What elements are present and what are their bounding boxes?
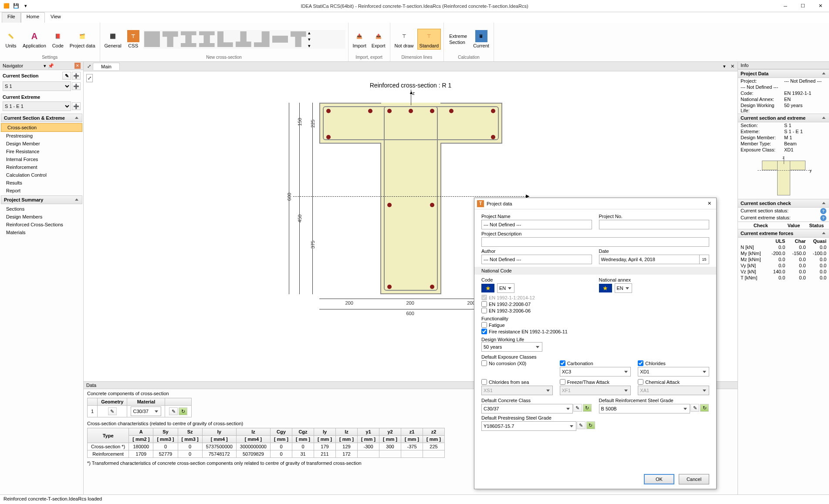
nav-design-member[interactable]: Design Member bbox=[0, 140, 83, 148]
extreme-button[interactable]: Extreme bbox=[447, 33, 470, 39]
reload-icon[interactable]: ↻ bbox=[583, 404, 592, 412]
fire-checkbox[interactable] bbox=[481, 329, 487, 334]
fatigue-checkbox[interactable] bbox=[481, 322, 487, 328]
general-button[interactable]: ⬛General bbox=[103, 29, 123, 49]
ok-button[interactable]: OK bbox=[644, 474, 674, 484]
code2-checkbox[interactable] bbox=[481, 301, 487, 307]
info-check[interactable]: Current section check bbox=[738, 199, 829, 208]
nav-group-project-summary[interactable]: Project Summary bbox=[1, 195, 82, 204]
carb-combo[interactable]: XC3 bbox=[560, 367, 631, 376]
current-section-combo[interactable]: S 1 bbox=[3, 81, 71, 91]
cross-section-gallery[interactable]: ▴▾▾ bbox=[143, 30, 345, 49]
project-no-input[interactable] bbox=[599, 220, 710, 229]
nav-prestressing[interactable]: Prestressing bbox=[0, 132, 83, 140]
fit-icon[interactable]: ⤢ bbox=[86, 74, 93, 82]
shape-j-icon[interactable] bbox=[254, 31, 270, 47]
section-dup-icon[interactable]: ➕ bbox=[72, 82, 81, 90]
freeze-checkbox[interactable] bbox=[560, 379, 565, 385]
gallery-scroll[interactable]: ▴▾▾ bbox=[308, 30, 315, 49]
reload-icon[interactable]: ↻ bbox=[700, 404, 709, 412]
code-button[interactable]: 📕Code bbox=[50, 29, 66, 49]
nav-internal-forces[interactable]: Internal Forces bbox=[0, 155, 83, 163]
current-extreme-combo[interactable]: S 1 - E 1 bbox=[3, 101, 71, 111]
nocorr-checkbox[interactable] bbox=[481, 360, 487, 366]
tab-view[interactable]: View bbox=[45, 12, 67, 23]
maximize-button[interactable]: ☐ bbox=[794, 1, 812, 11]
standard-button[interactable]: ⊤Standard bbox=[417, 29, 441, 50]
nav-calc-control[interactable]: Calculation Control bbox=[0, 171, 83, 179]
dialog-close-icon[interactable]: ✕ bbox=[705, 201, 714, 206]
shape-rect-icon[interactable] bbox=[144, 31, 160, 47]
shape-l-icon[interactable] bbox=[217, 31, 233, 47]
chem-checkbox[interactable] bbox=[638, 379, 643, 385]
export-button[interactable]: 📤Export bbox=[370, 29, 387, 49]
material-combo[interactable]: C30/37 bbox=[131, 407, 161, 416]
pin-icon[interactable]: 📌 bbox=[48, 63, 54, 69]
main-dropdown-icon[interactable]: ▾ bbox=[721, 63, 728, 70]
main-close-icon[interactable]: ✕ bbox=[729, 63, 736, 70]
nav-dropdown-icon[interactable]: ▾ bbox=[44, 63, 46, 69]
nav-close-icon[interactable]: ✕ bbox=[74, 63, 81, 69]
shape-slab-icon[interactable] bbox=[272, 36, 288, 43]
css-button[interactable]: ⊤CSS bbox=[125, 29, 142, 49]
edit-mat-icon[interactable]: ✎ bbox=[169, 407, 178, 415]
section-add-icon[interactable]: ➕ bbox=[72, 72, 81, 80]
working-life-combo[interactable]: 50 years bbox=[481, 342, 542, 352]
edit-icon[interactable]: ✎ bbox=[577, 421, 585, 429]
edit-geom-icon[interactable]: ✎ bbox=[108, 407, 117, 415]
add-mat-icon[interactable]: ↻ bbox=[179, 407, 187, 415]
nav-sections[interactable]: Sections bbox=[0, 205, 83, 213]
info-project-data[interactable]: Project Data bbox=[738, 69, 829, 78]
nav-cross-section[interactable]: Cross-section bbox=[1, 123, 82, 132]
carb-checkbox[interactable] bbox=[560, 360, 565, 366]
nav-reinforcement[interactable]: Reinforcement bbox=[0, 163, 83, 171]
geometry-cell[interactable]: ✎ bbox=[98, 406, 127, 417]
nav-reinf-cs[interactable]: Reinforced Cross-Sections bbox=[0, 221, 83, 228]
current-button[interactable]: 🖩Current bbox=[471, 29, 491, 49]
info-forces[interactable]: Current extreme forces bbox=[738, 229, 829, 238]
shape-t-icon[interactable] bbox=[162, 31, 178, 47]
tab-home-icon[interactable]: ⤢ bbox=[85, 63, 93, 70]
annex-combo[interactable]: EN bbox=[615, 283, 632, 293]
chlor-checkbox[interactable] bbox=[638, 360, 643, 366]
shape-i2-icon[interactable] bbox=[199, 31, 215, 47]
main-tab-main[interactable]: Main bbox=[93, 63, 120, 70]
save-icon[interactable]: 💾 bbox=[12, 2, 20, 10]
tab-file[interactable]: File bbox=[2, 12, 21, 23]
prestress-combo[interactable]: Y1860S7-15.7 bbox=[481, 421, 576, 431]
cancel-button[interactable]: Cancel bbox=[679, 474, 709, 484]
tab-home[interactable]: Home bbox=[21, 12, 45, 23]
code-combo[interactable]: EN bbox=[497, 283, 514, 293]
nav-fire-resistance[interactable]: Fire Resistance bbox=[0, 148, 83, 155]
sea-checkbox[interactable] bbox=[481, 379, 487, 385]
edit-icon[interactable]: ✎ bbox=[690, 404, 699, 412]
qat-dropdown-icon[interactable]: ▾ bbox=[22, 2, 30, 10]
nav-materials[interactable]: Materials bbox=[0, 228, 83, 236]
help-icon[interactable]: ? bbox=[820, 215, 826, 221]
chlor-combo[interactable]: XD1 bbox=[638, 367, 709, 376]
calendar-icon[interactable]: 15 bbox=[700, 255, 709, 264]
units-button[interactable]: 📏Units bbox=[3, 29, 19, 49]
description-input[interactable] bbox=[481, 237, 709, 247]
shape-t2-icon[interactable] bbox=[291, 31, 306, 47]
reinf-combo[interactable]: B 500B bbox=[599, 404, 690, 413]
reload-icon[interactable]: ↻ bbox=[586, 421, 595, 429]
concrete-combo[interactable]: C30/37 bbox=[481, 404, 573, 413]
nav-group-section-extreme[interactable]: Current Section & Extreme bbox=[1, 114, 82, 122]
dialog-titlebar[interactable]: T Project data ✕ bbox=[474, 198, 716, 209]
close-button[interactable]: ✕ bbox=[812, 1, 829, 11]
nav-design-members[interactable]: Design Members bbox=[0, 213, 83, 221]
notdraw-button[interactable]: ⊤Not draw bbox=[393, 29, 416, 49]
project-data-button[interactable]: 🗂️Project data bbox=[68, 29, 97, 49]
help-icon[interactable]: ? bbox=[820, 208, 826, 214]
project-name-input[interactable] bbox=[481, 220, 592, 229]
section-button[interactable]: Section bbox=[447, 39, 470, 45]
date-input[interactable] bbox=[599, 255, 700, 264]
application-button[interactable]: AApplication bbox=[21, 29, 48, 49]
shape-i-icon[interactable] bbox=[181, 31, 196, 47]
author-input[interactable] bbox=[481, 255, 592, 264]
import-button[interactable]: 📥Import bbox=[351, 29, 368, 49]
minimize-button[interactable]: ─ bbox=[777, 1, 794, 11]
edit-icon[interactable]: ✎ bbox=[573, 404, 582, 412]
shape-invt-icon[interactable] bbox=[236, 31, 251, 47]
